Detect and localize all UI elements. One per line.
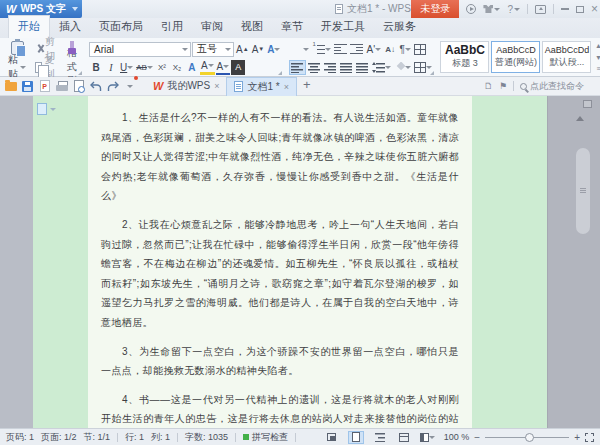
align-left-button[interactable]: [289, 60, 306, 75]
style-heading3[interactable]: AaBbC 标题 3: [440, 41, 489, 73]
help-button[interactable]: ?: [507, 4, 520, 15]
eye-protection-button[interactable]: [420, 431, 436, 444]
export-pdf-button[interactable]: P: [38, 80, 51, 93]
collapse-ribbon-icon[interactable]: [535, 5, 546, 14]
char-scale-button[interactable]: A': [365, 42, 382, 57]
line-indicator: 行: 1: [125, 431, 144, 444]
web-view-button[interactable]: [396, 431, 412, 444]
tab-document1[interactable]: 文档1 * ×: [226, 77, 297, 96]
skin-theme-button[interactable]: [483, 5, 500, 13]
distribute-button[interactable]: [355, 60, 370, 75]
tab-references[interactable]: 引用: [152, 16, 192, 38]
paragraph: 2、让我在心烦意乱之际，能够冷静地思考，吟上一句“人生天地间，若白驹过隙，忽然而…: [101, 215, 459, 333]
dialog-launcher-icon[interactable]: [430, 71, 434, 75]
align-right-button[interactable]: [323, 60, 338, 75]
word-count[interactable]: 字数: 1035: [185, 431, 228, 444]
insert-table-button[interactable]: [413, 42, 427, 57]
numbered-list-button[interactable]: [311, 42, 332, 57]
tab-page-layout[interactable]: 页面布局: [90, 16, 152, 38]
save-icon: [22, 81, 33, 92]
dialog-launcher-icon[interactable]: [78, 71, 82, 75]
grow-font-button[interactable]: A▲: [235, 42, 250, 57]
close-tab-icon[interactable]: ×: [214, 81, 219, 91]
increase-indent-button[interactable]: [349, 42, 364, 57]
ruler-toggle-icon[interactable]: [583, 100, 592, 108]
copy-button[interactable]: 复制: [33, 59, 61, 75]
zoom-level[interactable]: 100 %: [444, 432, 470, 442]
command-search-input[interactable]: [530, 81, 596, 91]
spellcheck-status[interactable]: 拼写检查: [243, 431, 288, 444]
dialog-launcher-icon[interactable]: [278, 71, 282, 75]
new-tab-button[interactable]: +: [297, 77, 317, 96]
character-shading-button[interactable]: A: [231, 60, 245, 75]
zoom-slider-handle[interactable]: [525, 433, 534, 442]
line-spacing-button[interactable]: [371, 60, 392, 75]
underline-button[interactable]: U: [119, 60, 134, 75]
font-size-select[interactable]: 五号: [192, 42, 234, 57]
superscript-button[interactable]: X²: [155, 60, 169, 75]
show-marks-button[interactable]: ¶: [398, 42, 412, 57]
format-painter-button[interactable]: 格式刷: [65, 59, 79, 75]
page-settings-button[interactable]: [37, 103, 56, 115]
document-text[interactable]: 1、生活是什么?不一样的人有不一样的看法。有人说生活如酒。童年就像鸡尾酒，色彩斑…: [88, 96, 472, 428]
command-search[interactable]: [520, 81, 596, 91]
tab-my-wps[interactable]: W 我的WPS ×: [146, 77, 226, 96]
justify-button[interactable]: [339, 60, 354, 75]
bold-button[interactable]: B: [89, 60, 103, 75]
scroll-up-arrow[interactable]: [576, 116, 584, 121]
tab-section[interactable]: 章节: [272, 16, 312, 38]
paste-button[interactable]: 粘贴: [6, 41, 28, 75]
styles-more-button[interactable]: ≡: [593, 64, 600, 73]
redo-button[interactable]: [106, 80, 119, 93]
save-button[interactable]: [21, 80, 34, 93]
outline-view-icon: [375, 433, 385, 442]
close-button[interactable]: ×: [591, 4, 598, 14]
strikethrough-button[interactable]: AB: [135, 60, 154, 75]
styles-scroll-down[interactable]: ▼: [593, 53, 600, 62]
chevron-down-icon: [182, 48, 188, 51]
open-button[interactable]: [4, 80, 17, 93]
shrink-font-button[interactable]: A▼: [251, 42, 266, 57]
doc-mode-icon[interactable]: 🗋: [484, 81, 493, 91]
outline-view-button[interactable]: [372, 431, 388, 444]
subscript-button[interactable]: X₂: [170, 60, 184, 75]
bullet-list-button[interactable]: [289, 42, 310, 57]
customize-toolbar-button[interactable]: [123, 80, 136, 93]
flag-icon[interactable]: ⚑: [499, 81, 507, 91]
play-tutorial-icon[interactable]: [466, 4, 476, 14]
tab-cloud[interactable]: 云服务: [374, 16, 425, 38]
scrollbar-thumb[interactable]: [576, 148, 590, 234]
fit-page-icon[interactable]: [585, 433, 594, 442]
sort-button[interactable]: A↓: [383, 42, 397, 57]
style-normal-web[interactable]: AaBbCcD 普通(网站): [491, 41, 540, 73]
zoom-in-button[interactable]: +: [574, 432, 580, 443]
page-view-button[interactable]: [348, 431, 364, 444]
font-family-select[interactable]: Arial: [89, 42, 191, 57]
close-tab-icon[interactable]: ×: [284, 82, 289, 92]
tab-home[interactable]: 开始: [8, 15, 50, 38]
undo-button[interactable]: [89, 80, 102, 93]
document-page[interactable]: 1、生活是什么?不一样的人有不一样的看法。有人说生活如酒。童年就像鸡尾酒，色彩斑…: [33, 96, 547, 428]
align-center-button[interactable]: [307, 60, 322, 75]
highlight-color-button[interactable]: A: [200, 60, 215, 75]
zoom-slider[interactable]: [485, 437, 569, 438]
text-effects-button[interactable]: A: [185, 60, 199, 75]
shading-button[interactable]: [393, 60, 412, 75]
fullscreen-view-button[interactable]: [324, 431, 340, 444]
tab-review[interactable]: 审阅: [192, 16, 232, 38]
zoom-out-button[interactable]: −: [474, 432, 480, 443]
italic-button[interactable]: I: [104, 60, 118, 75]
maximize-button[interactable]: [576, 6, 584, 13]
tab-dev-tools[interactable]: 开发工具: [312, 16, 374, 38]
styles-scroll-up[interactable]: ▲: [593, 41, 600, 50]
phonetic-guide-button[interactable]: A: [266, 42, 281, 57]
decrease-indent-button[interactable]: [333, 42, 348, 57]
font-color-button[interactable]: A: [216, 60, 231, 75]
tab-view[interactable]: 视图: [232, 16, 272, 38]
print-preview-button[interactable]: [72, 80, 85, 93]
paragraph: 3、为生命留下一点空白，为这个骄躁不安的世界留一点空白，哪怕只是一点点，却能挽救…: [101, 342, 459, 381]
minimize-button[interactable]: [561, 8, 569, 10]
print-button[interactable]: [55, 80, 68, 93]
divider: [177, 433, 178, 442]
style-default[interactable]: AaBbCcDd 默认段...: [542, 41, 591, 73]
